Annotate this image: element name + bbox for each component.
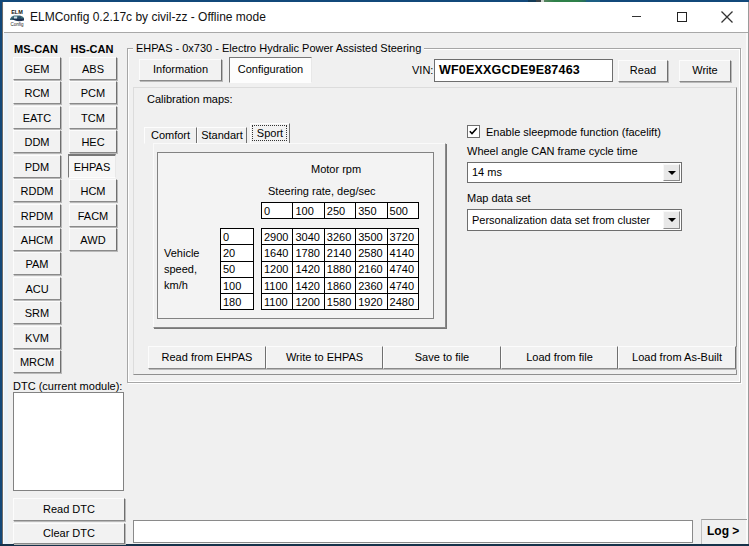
svg-text:Config: Config [10, 22, 24, 27]
svg-text:ELM: ELM [11, 9, 23, 15]
